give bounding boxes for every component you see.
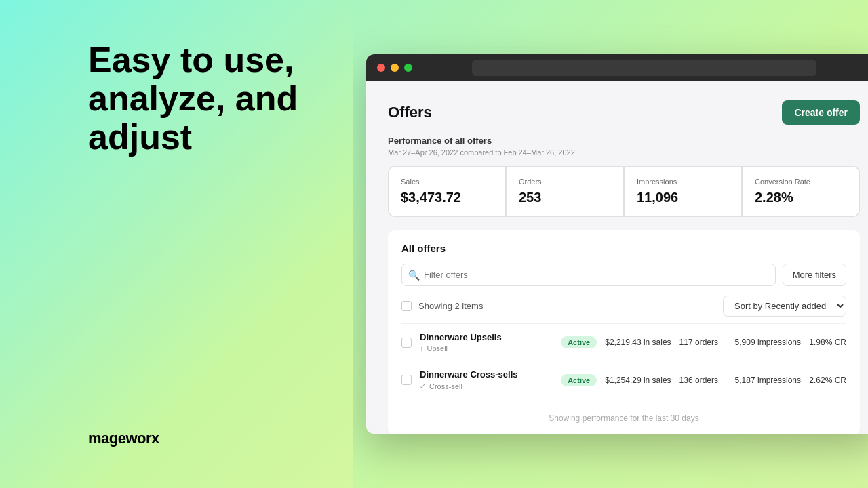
select-all-checkbox[interactable]: [401, 301, 412, 311]
offer-type-1: ↑ Upsell: [420, 344, 553, 352]
hero-text: Easy to use, analyze, and adjust: [88, 41, 312, 157]
offer-orders-1: 117 orders: [679, 338, 727, 347]
search-input[interactable]: [401, 264, 776, 286]
offer-sales-1: $2,219.43 in sales: [605, 338, 671, 347]
stat-orders-value: 253: [519, 190, 611, 205]
stat-orders: Orders 253: [507, 167, 623, 216]
offer-row: Dinnerware Cross-sells ⤢ Cross-sell Acti…: [401, 361, 846, 399]
footer-note: Showing performance for the last 30 days: [401, 409, 846, 423]
stat-sales: Sales $3,473.72: [389, 167, 505, 216]
traffic-light-green[interactable]: [404, 64, 412, 72]
offer-orders-2: 136 orders: [679, 375, 727, 385]
table-controls: Showing 2 items Sort by Recently added: [401, 296, 846, 317]
offer-row: Dinnerware Upsells ↑ Upsell Active $2,21…: [401, 323, 846, 361]
offer-name-2: Dinnerware Cross-sells: [420, 369, 553, 380]
offer-checkbox-1[interactable]: [401, 338, 412, 348]
offer-cr-2: 2.62% CR: [809, 375, 846, 385]
stat-cr-value: 2.28%: [755, 190, 847, 205]
showing-items: Showing 2 items: [401, 301, 483, 311]
performance-date: Mar 27–Apr 26, 2022 compared to Feb 24–M…: [388, 148, 860, 157]
right-panel: Offers Create offer Performance of all o…: [353, 0, 868, 488]
offer-sales-2: $1,254.29 in sales: [605, 375, 671, 385]
traffic-light-yellow[interactable]: [391, 64, 399, 72]
stat-impressions-label: Impressions: [637, 178, 729, 186]
offer-status-badge-1: Active: [561, 336, 597, 348]
performance-label: Performance of all offers: [388, 136, 860, 146]
offer-type-label-1: Upsell: [427, 344, 448, 352]
stat-conversion-rate: Conversion Rate 2.28%: [743, 167, 859, 216]
offers-section: All offers 🔍 More filters Showing 2 item…: [388, 230, 860, 434]
offer-type-2: ⤢ Cross-sell: [420, 382, 553, 390]
offer-info-1: Dinnerware Upsells ↑ Upsell: [420, 332, 553, 352]
search-wrapper: 🔍: [401, 264, 776, 286]
page-title: Offers: [388, 104, 432, 121]
filter-bar: 🔍 More filters: [401, 264, 846, 286]
stat-cr-label: Conversion Rate: [755, 178, 847, 186]
left-panel: Easy to use, analyze, and adjust magewor…: [0, 0, 353, 488]
create-offer-button[interactable]: Create offer: [782, 100, 860, 125]
url-bar[interactable]: [472, 60, 816, 76]
upsell-icon: ↑: [420, 344, 424, 352]
browser-content: Offers Create offer Performance of all o…: [366, 81, 868, 434]
offer-cr-1: 1.98% CR: [809, 338, 846, 347]
traffic-light-red[interactable]: [377, 64, 385, 72]
offer-checkbox-2[interactable]: [401, 375, 412, 385]
browser-window: Offers Create offer Performance of all o…: [366, 54, 868, 434]
offer-info-2: Dinnerware Cross-sells ⤢ Cross-sell: [420, 369, 553, 390]
more-filters-button[interactable]: More filters: [783, 264, 846, 286]
offers-section-title: All offers: [401, 243, 846, 254]
offer-status-badge-2: Active: [561, 374, 597, 386]
sort-dropdown[interactable]: Sort by Recently added: [723, 296, 846, 317]
stat-sales-label: Sales: [401, 178, 493, 186]
offer-name-1: Dinnerware Upsells: [420, 332, 553, 342]
offer-type-label-2: Cross-sell: [429, 382, 462, 390]
stat-impressions-value: 11,096: [637, 190, 729, 205]
stat-orders-label: Orders: [519, 178, 611, 186]
stats-grid: Sales $3,473.72 Orders 253 Impressions 1…: [388, 166, 860, 217]
offer-impressions-2: 5,187 impressions: [735, 375, 801, 385]
stat-impressions: Impressions 11,096: [625, 167, 741, 216]
browser-titlebar: [366, 54, 868, 81]
offer-impressions-1: 5,909 impressions: [735, 338, 801, 347]
search-icon: 🔍: [408, 270, 420, 281]
brand-logo: mageworx: [88, 430, 159, 447]
stat-sales-value: $3,473.72: [401, 190, 493, 205]
showing-count: Showing 2 items: [418, 301, 483, 311]
crosssell-icon: ⤢: [420, 382, 426, 390]
page-header: Offers Create offer: [388, 100, 860, 125]
